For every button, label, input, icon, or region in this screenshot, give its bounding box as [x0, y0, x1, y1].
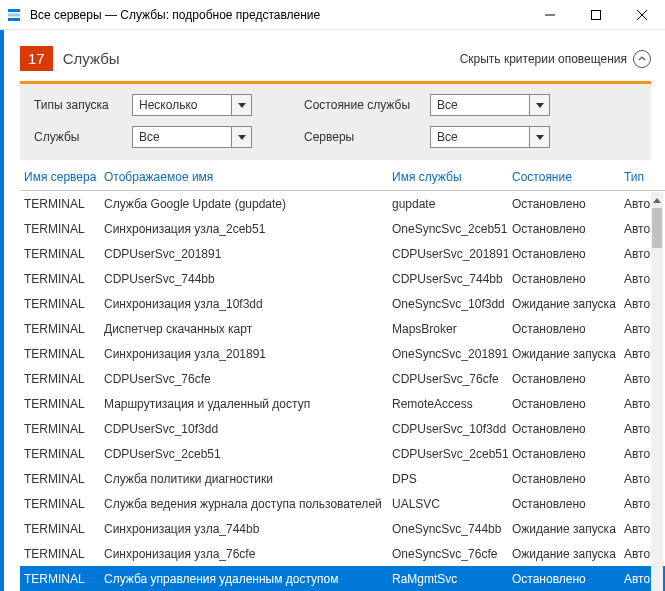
cell-state: Ожидание запуска	[508, 522, 620, 536]
cell-service-name: UALSVC	[388, 497, 508, 511]
minimize-button[interactable]	[527, 0, 573, 29]
startup-types-value[interactable]: Несколько	[132, 94, 232, 116]
table-row[interactable]: TERMINALСлужба политики диагностикиDPSОс…	[20, 466, 665, 491]
table-row[interactable]: TERMINALСинхронизация узла_10f3ddOneSync…	[20, 291, 665, 316]
cell-type: Авто	[620, 497, 650, 511]
services-table: Имя сервера Отображаемое имя Имя службы …	[20, 170, 665, 591]
cell-server-name: TERMINAL	[20, 372, 100, 386]
cell-type: Авто	[620, 397, 650, 411]
table-row[interactable]: TERMINALМаршрутизация и удаленный доступ…	[20, 391, 665, 416]
cell-state: Ожидание запуска	[508, 547, 620, 561]
cell-state: Остановлено	[508, 272, 620, 286]
cell-state: Остановлено	[508, 422, 620, 436]
dropdown-icon[interactable]	[232, 94, 252, 116]
col-server-name[interactable]: Имя сервера	[20, 170, 100, 184]
cell-service-name: CDPUserSvc_744bb	[388, 272, 508, 286]
table-row[interactable]: TERMINALCDPUserSvc_201891CDPUserSvc_2018…	[20, 241, 665, 266]
col-display-name[interactable]: Отображаемое имя	[100, 170, 388, 184]
cell-service-name: OneSyncSvc_744bb	[388, 522, 508, 536]
cell-service-name: OneSyncSvc_201891	[388, 347, 508, 361]
cell-server-name: TERMINAL	[20, 197, 100, 211]
cell-type: Авто	[620, 422, 650, 436]
collapse-icon[interactable]	[633, 50, 651, 68]
cell-state: Остановлено	[508, 397, 620, 411]
table-body: TERMINALСлужба Google Update (gupdate)gu…	[20, 191, 665, 591]
section-title: Службы	[63, 50, 460, 67]
accent-strip	[0, 30, 4, 591]
cell-server-name: TERMINAL	[20, 347, 100, 361]
cell-service-name: CDPUserSvc_2ceb51	[388, 447, 508, 461]
dropdown-icon[interactable]	[530, 126, 550, 148]
dropdown-icon[interactable]	[232, 126, 252, 148]
cell-server-name: TERMINAL	[20, 422, 100, 436]
cell-server-name: TERMINAL	[20, 572, 100, 586]
table-row[interactable]: TERMINALСлужба Google Update (gupdate)gu…	[20, 191, 665, 216]
scroll-up-icon[interactable]	[651, 192, 663, 208]
cell-service-name: OneSyncSvc_2ceb51	[388, 222, 508, 236]
services-value[interactable]: Все	[132, 126, 232, 148]
cell-state: Остановлено	[508, 197, 620, 211]
col-service-name[interactable]: Имя службы	[388, 170, 508, 184]
col-type[interactable]: Тип	[620, 170, 650, 184]
svg-rect-4	[592, 10, 601, 19]
table-row[interactable]: TERMINALСинхронизация узла_744bbOneSyncS…	[20, 516, 665, 541]
svg-rect-0	[8, 9, 20, 12]
cell-server-name: TERMINAL	[20, 297, 100, 311]
section-header: 17 Службы Скрыть критерии оповещения	[0, 30, 665, 81]
hide-criteria-link[interactable]: Скрыть критерии оповещения	[460, 52, 627, 66]
servers-value[interactable]: Все	[430, 126, 530, 148]
cell-display-name: Синхронизация узла_744bb	[100, 522, 388, 536]
table-row[interactable]: TERMINALCDPUserSvc_744bbCDPUserSvc_744bb…	[20, 266, 665, 291]
cell-state: Ожидание запуска	[508, 297, 620, 311]
table-row[interactable]: TERMINALСлужба управления удаленным дост…	[20, 566, 665, 591]
cell-server-name: TERMINAL	[20, 472, 100, 486]
cell-display-name: CDPUserSvc_201891	[100, 247, 388, 261]
table-row[interactable]: TERMINALСинхронизация узла_76cfeOneSyncS…	[20, 541, 665, 566]
table-row[interactable]: TERMINALДиспетчер скачанных картMapsBrok…	[20, 316, 665, 341]
svg-marker-11	[653, 198, 661, 203]
table-row[interactable]: TERMINALCDPUserSvc_2ceb51CDPUserSvc_2ceb…	[20, 441, 665, 466]
cell-display-name: Синхронизация узла_10f3dd	[100, 297, 388, 311]
cell-display-name: Синхронизация узла_2ceb51	[100, 222, 388, 236]
cell-state: Остановлено	[508, 497, 620, 511]
cell-type: Авто	[620, 547, 650, 561]
table-row[interactable]: TERMINALСлужба ведения журнала доступа п…	[20, 491, 665, 516]
table-row[interactable]: TERMINALCDPUserSvc_76cfeCDPUserSvc_76cfe…	[20, 366, 665, 391]
services-combo[interactable]: Все	[132, 126, 252, 148]
maximize-button[interactable]	[573, 0, 619, 29]
cell-display-name: Служба политики диагностики	[100, 472, 388, 486]
table-row[interactable]: TERMINALСинхронизация узла_2ceb51OneSync…	[20, 216, 665, 241]
cell-type: Авто	[620, 322, 650, 336]
startup-types-combo[interactable]: Несколько	[132, 94, 252, 116]
table-row[interactable]: TERMINALСинхронизация узла_201891OneSync…	[20, 341, 665, 366]
cell-service-name: CDPUserSvc_76cfe	[388, 372, 508, 386]
cell-display-name: Синхронизация узла_201891	[100, 347, 388, 361]
table-row[interactable]: TERMINALCDPUserSvc_10f3ddCDPUserSvc_10f3…	[20, 416, 665, 441]
cell-display-name: Служба Google Update (gupdate)	[100, 197, 388, 211]
scroll-thumb[interactable]	[652, 208, 662, 248]
cell-server-name: TERMINAL	[20, 522, 100, 536]
cell-state: Остановлено	[508, 247, 620, 261]
dropdown-icon[interactable]	[530, 94, 550, 116]
vertical-scrollbar[interactable]	[651, 192, 663, 591]
cell-service-name: DPS	[388, 472, 508, 486]
service-state-combo[interactable]: Все	[430, 94, 550, 116]
service-state-value[interactable]: Все	[430, 94, 530, 116]
cell-state: Остановлено	[508, 447, 620, 461]
cell-type: Авто	[620, 472, 650, 486]
cell-server-name: TERMINAL	[20, 397, 100, 411]
cell-type: Авто	[620, 347, 650, 361]
close-button[interactable]	[619, 0, 665, 29]
cell-display-name: Синхронизация узла_76cfe	[100, 547, 388, 561]
table-header: Имя сервера Отображаемое имя Имя службы …	[20, 170, 665, 191]
cell-type: Авто	[620, 572, 650, 586]
cell-state: Ожидание запуска	[508, 347, 620, 361]
cell-state: Остановлено	[508, 372, 620, 386]
servers-combo[interactable]: Все	[430, 126, 550, 148]
svg-rect-1	[8, 13, 20, 16]
cell-type: Авто	[620, 222, 650, 236]
title-bar: Все серверы — Службы: подробное представ…	[0, 0, 665, 30]
cell-service-name: CDPUserSvc_10f3dd	[388, 422, 508, 436]
cell-display-name: CDPUserSvc_2ceb51	[100, 447, 388, 461]
col-state[interactable]: Состояние	[508, 170, 620, 184]
